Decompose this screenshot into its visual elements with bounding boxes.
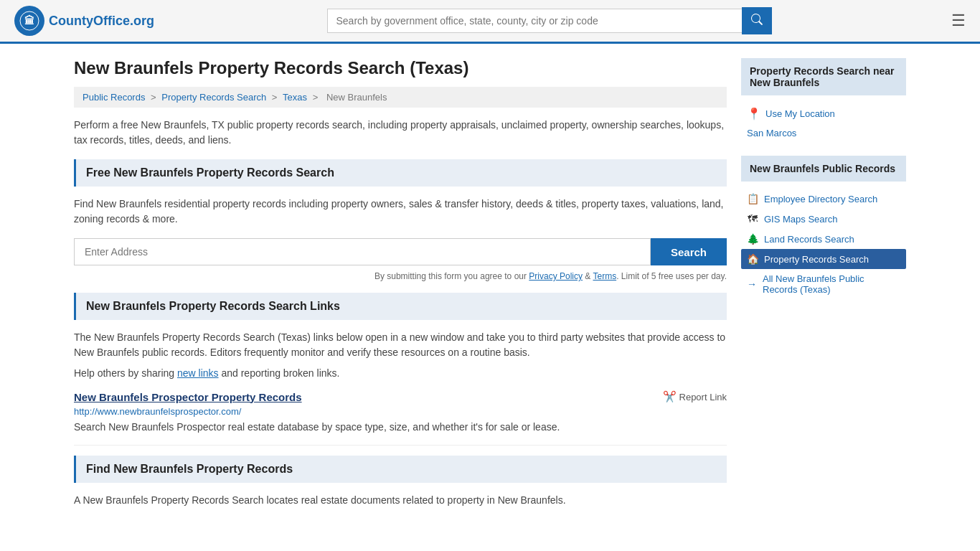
- sidebar-nearby-section: Property Records Search near New Braunfe…: [741, 58, 906, 141]
- privacy-policy-link[interactable]: Privacy Policy: [529, 271, 583, 281]
- breadcrumb-sep3: >: [313, 92, 321, 103]
- find-section-heading: Find New Braunfels Property Records: [74, 456, 727, 483]
- and-text: &: [583, 271, 593, 281]
- free-search-description: Find New Braunfels residential property …: [74, 197, 727, 227]
- sidebar-nearby-san-marcos: San Marcos: [741, 125, 906, 141]
- links-description: The New Braunfels Property Records Searc…: [74, 330, 727, 360]
- header-search-input[interactable]: [327, 9, 742, 33]
- terms-link[interactable]: Terms: [593, 271, 616, 281]
- share-text2: and reporting broken links.: [219, 367, 340, 379]
- content-area: New Braunfels Property Records Search (T…: [74, 58, 727, 519]
- link-description: Search New Braunfels Prospector real est…: [74, 420, 727, 435]
- breadcrumb-sep1: >: [151, 92, 159, 103]
- use-my-location-link[interactable]: Use My Location: [765, 108, 835, 119]
- sidebar-public-records-section: New Braunfels Public Records 📋 Employee …: [741, 156, 906, 299]
- land-records-link[interactable]: Land Records Search: [764, 234, 854, 245]
- location-icon: 📍: [747, 107, 761, 121]
- breadcrumb-sep2: >: [272, 92, 280, 103]
- breadcrumb: Public Records > Property Records Search…: [74, 87, 727, 108]
- breadcrumb-texas[interactable]: Texas: [283, 92, 307, 103]
- hamburger-menu[interactable]: ☰: [951, 11, 966, 30]
- links-section-heading: New Braunfels Property Records Search Li…: [74, 293, 727, 320]
- logo-text: CountyOffice.org: [49, 14, 154, 29]
- address-form: Search: [74, 238, 727, 265]
- scissors-icon: ✂️: [663, 390, 677, 403]
- breadcrumb-public-records[interactable]: Public Records: [83, 92, 145, 103]
- sidebar: Property Records Search near New Braunfe…: [741, 58, 906, 519]
- notice-text: By submitting this form you agree to our: [374, 271, 529, 281]
- sidebar-item-all-public-records[interactable]: → All New Braunfels Public Records (Texa…: [741, 269, 906, 299]
- header: 🏛 CountyOffice.org ☰: [0, 0, 980, 44]
- all-public-records-link[interactable]: All New Braunfels Public Records (Texas): [763, 273, 900, 295]
- link-card: New Braunfels Prospector Property Record…: [74, 390, 727, 446]
- sidebar-item-gis-maps[interactable]: 🗺 GIS Maps Search: [741, 209, 906, 229]
- sidebar-nearby-heading: Property Records Search near New Braunfe…: [741, 58, 906, 95]
- book-icon: 📋: [747, 193, 758, 204]
- sidebar-public-records-heading: New Braunfels Public Records: [741, 156, 906, 182]
- breadcrumb-property-records[interactable]: Property Records Search: [161, 92, 266, 103]
- limit-text: . Limit of 5 free uses per day.: [616, 271, 727, 281]
- free-search-heading: Free New Braunfels Property Records Sear…: [74, 159, 727, 187]
- page-description: Perform a free New Braunfels, TX public …: [74, 118, 727, 148]
- page-title: New Braunfels Property Records Search (T…: [74, 58, 727, 78]
- logo-area[interactable]: 🏛 CountyOffice.org: [14, 6, 154, 36]
- link-card-header: New Braunfels Prospector Property Record…: [74, 390, 727, 403]
- header-search-button[interactable]: [742, 7, 772, 34]
- gis-maps-link[interactable]: GIS Maps Search: [764, 214, 838, 225]
- share-line: Help others by sharing new links and rep…: [74, 367, 727, 379]
- san-marcos-link[interactable]: San Marcos: [747, 128, 796, 138]
- svg-text:🏛: 🏛: [24, 14, 34, 27]
- sidebar-item-property-records[interactable]: 🏠 Property Records Search: [741, 249, 906, 269]
- search-button[interactable]: Search: [651, 238, 727, 265]
- sidebar-item-employee-directory[interactable]: 📋 Employee Directory Search: [741, 189, 906, 209]
- link-url[interactable]: http://www.newbraunfelsprospector.com/: [74, 406, 727, 417]
- address-input[interactable]: [74, 238, 651, 265]
- property-records-link[interactable]: Property Records Search: [764, 254, 869, 265]
- new-links-link[interactable]: new links: [177, 367, 219, 379]
- sidebar-item-land-records[interactable]: 🌲 Land Records Search: [741, 229, 906, 249]
- link-card-title[interactable]: New Braunfels Prospector Property Record…: [74, 391, 302, 403]
- breadcrumb-new-braunfels: New Braunfels: [326, 92, 387, 103]
- house-icon: 🏠: [747, 253, 758, 265]
- map-icon: 🗺: [747, 213, 758, 225]
- sidebar-use-location[interactable]: 📍 Use My Location: [741, 103, 906, 125]
- find-description: A New Braunfels Property Records Search …: [74, 493, 727, 508]
- tree-icon: 🌲: [747, 233, 758, 245]
- main-layout: New Braunfels Property Records Search (T…: [60, 58, 920, 519]
- header-search-bar: [327, 7, 772, 34]
- form-notice: By submitting this form you agree to our…: [74, 271, 727, 281]
- employee-directory-link[interactable]: Employee Directory Search: [764, 194, 877, 204]
- arrow-icon: →: [747, 278, 757, 290]
- logo-icon: 🏛: [14, 6, 44, 36]
- share-text: Help others by sharing: [74, 367, 177, 379]
- report-link-label: Report Link: [679, 392, 727, 402]
- report-link-button[interactable]: ✂️ Report Link: [663, 390, 727, 403]
